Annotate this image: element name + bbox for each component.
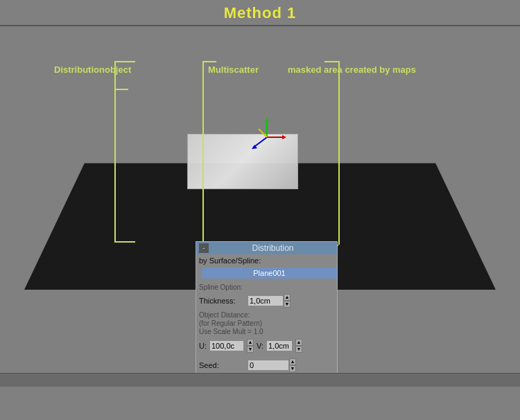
viewport: Distributionobject Multiscatter masked a…: [0, 26, 520, 373]
dist-object-line: [114, 89, 128, 90]
distribution-panel: - Distribution by Surface/Spline: Plane0…: [196, 241, 338, 373]
for-regular-label: (for Regular Pattern): [199, 320, 262, 327]
masked-area-label: masked area created by maps: [288, 64, 416, 75]
thickness-row: Thickness: ▲ ▼: [196, 292, 337, 309]
masked-bracket-left: [338, 61, 340, 245]
gizmo: [246, 116, 288, 158]
dist-object-bracket-bottom: [114, 241, 135, 243]
plane-selector[interactable]: Plane001: [202, 268, 337, 279]
thickness-spinner[interactable]: ▲ ▼: [284, 294, 291, 308]
seed-input[interactable]: [248, 360, 289, 371]
seed-row: Seed: ▲ ▼: [196, 357, 337, 373]
seed-down[interactable]: ▼: [289, 365, 296, 372]
u-input[interactable]: [209, 340, 244, 351]
svg-marker-3: [282, 135, 286, 139]
dist-object-bracket-left: [114, 61, 116, 241]
panel-header: - Distribution: [196, 242, 337, 254]
v-label: V:: [257, 342, 263, 350]
by-surface-label: by Surface/Spline:: [199, 256, 261, 265]
panel-collapse-button[interactable]: -: [199, 243, 209, 253]
thickness-label: Thickness:: [199, 297, 248, 305]
use-scale-label: Use Scale Mult = 1.0: [199, 328, 263, 335]
spline-option-label: Spline Option:: [199, 283, 243, 291]
status-bar: [0, 373, 520, 387]
svg-marker-1: [265, 118, 269, 122]
v-input[interactable]: [266, 340, 293, 351]
multiscatter-bracket-left: [202, 61, 204, 245]
v-up[interactable]: ▲: [295, 339, 302, 346]
svg-line-6: [259, 129, 267, 137]
u-down[interactable]: ▼: [247, 346, 254, 353]
panel-header-title: Distribution: [211, 243, 334, 253]
seed-spinner[interactable]: ▲ ▼: [289, 358, 296, 372]
seed-label: Seed:: [199, 361, 248, 369]
uv-row: U: ▲ ▼ V: ▲ ▼: [196, 338, 337, 354]
multiscatter-label: Multiscatter: [208, 64, 259, 75]
masked-bracket-top: [324, 61, 338, 62]
v-spinner[interactable]: ▲ ▼: [295, 339, 302, 353]
obj-distance-label: Object Distance:: [199, 311, 250, 319]
use-scale-row: Use Scale Mult = 1.0: [196, 327, 337, 338]
thickness-up[interactable]: ▲: [284, 294, 291, 301]
page-title: Method 1: [224, 4, 297, 21]
by-surface-row: by Surface/Spline:: [196, 254, 337, 265]
plane-selector-row: Plane001: [196, 265, 337, 282]
v-down[interactable]: ▼: [295, 346, 302, 353]
u-spinner[interactable]: ▲ ▼: [247, 339, 254, 353]
dist-object-bracket-top: [114, 61, 135, 62]
seed-up[interactable]: ▲: [289, 358, 296, 365]
obj-distance-row: Object Distance:: [196, 309, 337, 319]
u-up[interactable]: ▲: [247, 339, 254, 346]
title-bar: Method 1: [0, 0, 520, 26]
multiscatter-bracket-top: [202, 61, 216, 62]
dist-object-label: Distributionobject: [54, 64, 131, 75]
u-label: U:: [199, 342, 207, 350]
thickness-input[interactable]: [248, 295, 284, 306]
for-regular-row: (for Regular Pattern): [196, 319, 337, 327]
spline-option-row: Spline Option:: [196, 282, 337, 292]
thickness-down[interactable]: ▼: [284, 301, 291, 308]
